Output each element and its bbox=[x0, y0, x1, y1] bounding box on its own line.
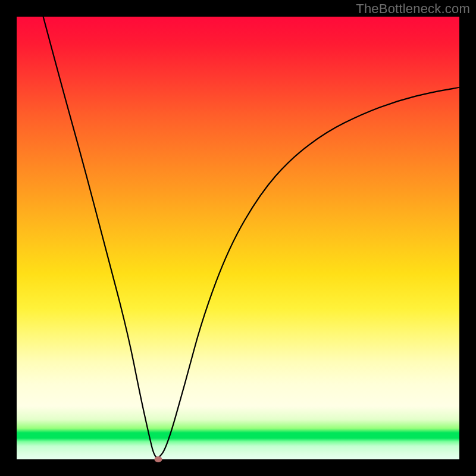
watermark-text: TheBottleneck.com bbox=[356, 1, 470, 17]
chart-frame: TheBottleneck.com bbox=[0, 0, 476, 476]
plot-area bbox=[17, 17, 459, 459]
bottleneck-curve bbox=[17, 17, 459, 459]
minimum-marker bbox=[155, 456, 162, 462]
